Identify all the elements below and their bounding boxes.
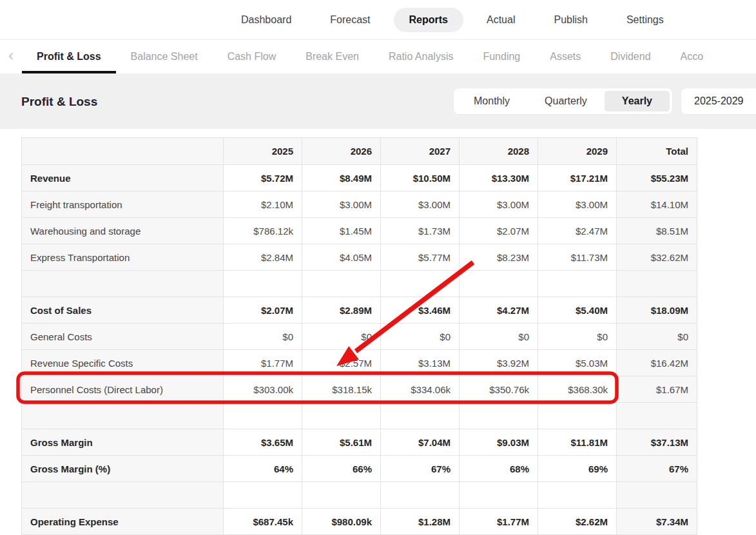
value-cell: $3.00M <box>302 191 381 217</box>
row-label <box>22 403 224 429</box>
table-header-row: 20252026202720282029Total <box>22 138 697 164</box>
table-row-general-costs: General Costs$0$0$0$0$0$0 <box>22 323 697 349</box>
tab-assets[interactable]: Assets <box>535 40 596 73</box>
value-cell: $5.72M <box>224 165 302 191</box>
value-cell: $2.89M <box>302 297 381 323</box>
total-value-cell: $32.62M <box>617 244 697 270</box>
value-cell <box>302 271 381 297</box>
header-cell-2028: 2028 <box>460 138 538 164</box>
value-cell: $0 <box>538 324 617 349</box>
value-cell: $11.73M <box>538 244 617 270</box>
nav-item-actual[interactable]: Actual <box>471 8 530 32</box>
total-value-cell: $8.51M <box>617 218 697 244</box>
value-cell: $0 <box>302 324 381 349</box>
value-cell: 64% <box>224 456 302 482</box>
row-label: Cost of Sales <box>22 297 224 323</box>
value-cell: $1.28M <box>381 509 460 534</box>
value-cell: $2.10M <box>224 191 302 217</box>
value-cell: $350.76k <box>460 376 538 402</box>
header-cell-empty <box>22 138 224 164</box>
table-row-freight-transportation: Freight transportation$2.10M$3.00M$3.00M… <box>22 191 697 217</box>
value-cell: $5.03M <box>538 350 617 376</box>
year-range-select[interactable]: 2025-2029 <box>681 88 756 114</box>
value-cell: $0 <box>460 324 538 349</box>
value-cell: $0 <box>381 324 460 349</box>
chevron-left-icon[interactable]: ‹ <box>0 48 22 66</box>
value-cell: $3.65M <box>224 429 302 455</box>
value-cell <box>381 403 460 429</box>
page-title: Profit & Loss <box>21 95 97 109</box>
row-label <box>22 482 224 508</box>
row-label: General Costs <box>22 324 224 349</box>
tab-break-even[interactable]: Break Even <box>291 40 374 73</box>
nav-item-forecast[interactable]: Forecast <box>315 8 385 32</box>
period-option-monthly[interactable]: Monthly <box>456 91 527 112</box>
table-row-cost-of-sales: Cost of Sales$2.07M$2.89M$3.46M$4.27M$5.… <box>22 297 697 323</box>
value-cell <box>538 482 617 508</box>
tab-funding[interactable]: Funding <box>468 40 535 73</box>
table-row-spacer <box>22 270 697 297</box>
table-row-spacer <box>22 402 697 429</box>
value-cell: $2.07M <box>460 218 538 244</box>
report-tabs: ‹ Profit & LossBalance SheetCash FlowBre… <box>0 40 756 73</box>
nav-item-publish[interactable]: Publish <box>538 8 603 32</box>
value-cell <box>538 403 617 429</box>
row-label: Operating Expense <box>22 509 224 534</box>
value-cell: $3.13M <box>381 350 460 376</box>
value-cell: $4.05M <box>302 244 381 270</box>
table-row-revenue: Revenue$5.72M$8.49M$10.50M$13.30M$17.21M… <box>22 164 697 191</box>
total-value-cell: $16.42M <box>617 350 697 376</box>
total-value-cell: $37.13M <box>617 429 697 455</box>
profit-loss-table: 20252026202720282029TotalRevenue$5.72M$8… <box>21 137 697 535</box>
table-row-personnel-costs-direct-labor: Personnel Costs (Direct Labor)$303.00k$3… <box>22 376 697 402</box>
value-cell: $8.49M <box>302 165 381 191</box>
value-cell: $8.23M <box>460 244 538 270</box>
value-cell: $3.92M <box>460 350 538 376</box>
value-cell: $0 <box>224 324 302 349</box>
header-cell-2029: 2029 <box>538 138 617 164</box>
period-option-yearly[interactable]: Yearly <box>605 91 670 112</box>
table-row-warehousing-and-storage: Warehousing and storage$786.12k$1.45M$1.… <box>22 217 697 244</box>
total-value-cell <box>617 403 697 429</box>
value-cell: $5.77M <box>381 244 460 270</box>
row-label: Personnel Costs (Direct Labor) <box>22 376 224 402</box>
total-value-cell: 67% <box>617 456 697 482</box>
table-row-operating-expense: Operating Expense$687.45k$980.09k$1.28M$… <box>22 508 697 534</box>
value-cell: $334.06k <box>381 376 460 402</box>
nav-item-settings[interactable]: Settings <box>611 8 679 32</box>
value-cell: $786.12k <box>224 218 302 244</box>
period-option-quarterly[interactable]: Quarterly <box>527 91 605 112</box>
tab-ratio-analysis[interactable]: Ratio Analysis <box>374 40 469 73</box>
tab-acco[interactable]: Acco <box>666 40 719 73</box>
value-cell: $17.21M <box>538 165 617 191</box>
row-label: Revenue <box>22 165 224 191</box>
value-cell: $11.81M <box>538 429 617 455</box>
value-cell: $1.73M <box>381 218 460 244</box>
total-value-cell: $14.10M <box>617 191 697 217</box>
top-navigation: DashboardForecastReportsActualPublishSet… <box>0 0 756 40</box>
table-row-gross-margin: Gross Margin (%)64%66%67%68%69%67% <box>22 455 697 482</box>
value-cell: $9.03M <box>460 429 538 455</box>
total-value-cell: $7.34M <box>617 509 697 534</box>
value-cell: $303.00k <box>224 376 302 402</box>
tab-dividend[interactable]: Dividend <box>596 40 665 73</box>
value-cell <box>538 271 617 297</box>
tab-cash-flow[interactable]: Cash Flow <box>213 40 291 73</box>
nav-item-reports[interactable]: Reports <box>394 8 463 32</box>
value-cell: $368.30k <box>538 376 617 402</box>
value-cell: $318.15k <box>302 376 381 402</box>
value-cell <box>224 403 302 429</box>
total-value-cell: $18.09M <box>617 297 697 323</box>
value-cell: $5.40M <box>538 297 617 323</box>
value-cell: $4.27M <box>460 297 538 323</box>
row-label: Revenue Specific Costs <box>22 350 224 376</box>
row-label: Freight transportation <box>22 191 224 217</box>
value-cell: $7.04M <box>381 429 460 455</box>
tab-balance-sheet[interactable]: Balance Sheet <box>116 40 213 73</box>
value-cell <box>224 482 302 508</box>
tab-profit-loss[interactable]: Profit & Loss <box>22 40 116 73</box>
value-cell: $1.45M <box>302 218 381 244</box>
nav-item-dashboard[interactable]: Dashboard <box>226 8 307 32</box>
table-row-express-transportation: Express Transportation$2.84M$4.05M$5.77M… <box>22 244 697 270</box>
value-cell: 68% <box>460 456 538 482</box>
